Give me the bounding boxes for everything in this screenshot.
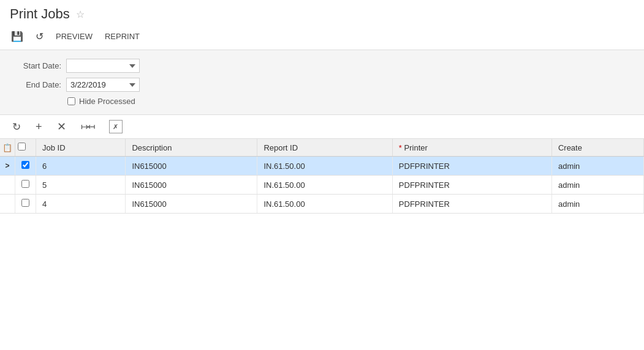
th-created: Create <box>551 139 643 157</box>
row-arrow-cell: > <box>0 157 15 176</box>
cell-job-id: 4 <box>36 195 126 214</box>
table-row[interactable]: >6IN615000IN.61.50.00PDFPRINTERadmin <box>0 157 644 176</box>
refresh-icon: ↻ <box>12 121 21 133</box>
cell-printer: PDFPRINTER <box>392 157 551 176</box>
table-body: >6IN615000IN.61.50.00PDFPRINTERadmin5IN6… <box>0 157 644 214</box>
export-box-icon: ✗ <box>109 120 123 133</box>
cell-printer: PDFPRINTER <box>392 195 551 214</box>
th-printer: Printer <box>392 139 551 157</box>
cell-printer: PDFPRINTER <box>392 176 551 195</box>
end-date-select[interactable]: 3/22/2019 <box>66 78 140 92</box>
cell-description: IN615000 <box>126 195 257 214</box>
cell-created: admin <box>551 176 643 195</box>
cell-report-id: IN.61.50.00 <box>257 195 392 214</box>
row-arrow-cell <box>0 176 15 195</box>
add-row-button[interactable]: + <box>33 119 45 135</box>
page-header: Print Jobs ☆ <box>0 0 644 26</box>
delete-row-button[interactable]: ✕ <box>55 119 69 135</box>
filter-area: Start Date: End Date: 3/22/2019 Hide Pro… <box>0 50 644 115</box>
grid-toolbar: ↻ + ✕ ↦↤ ✗ <box>0 115 644 139</box>
undo-icon: ↺ <box>36 31 44 42</box>
row-checkbox[interactable] <box>21 180 29 188</box>
end-date-label: End Date: <box>12 80 61 89</box>
cell-created: admin <box>551 195 643 214</box>
preview-button[interactable]: PREVIEW <box>55 29 94 43</box>
cell-report-id: IN.61.50.00 <box>257 176 392 195</box>
main-toolbar: 💾 ↺ PREVIEW REPRINT <box>0 26 644 50</box>
th-report-id: Report ID <box>257 139 392 157</box>
select-all-checkbox[interactable] <box>18 143 26 151</box>
row-checkbox[interactable] <box>21 199 29 207</box>
cell-created: admin <box>551 157 643 176</box>
end-date-row: End Date: 3/22/2019 <box>12 78 632 92</box>
start-date-select[interactable] <box>66 59 140 73</box>
undo-button[interactable]: ↺ <box>34 28 45 45</box>
cell-report-id: IN.61.50.00 <box>257 157 392 176</box>
cell-job-id: 5 <box>36 176 126 195</box>
row-checkbox-cell[interactable] <box>15 176 36 195</box>
print-jobs-table: 📋 Job ID Description Report ID Printer C… <box>0 139 644 214</box>
column-freeze-icon: 📋 <box>2 143 12 152</box>
save-icon: 💾 <box>11 31 23 42</box>
row-checkbox-cell[interactable] <box>15 157 36 176</box>
row-checkbox[interactable] <box>21 161 29 169</box>
table-header-row: 📋 Job ID Description Report ID Printer C… <box>0 139 644 157</box>
hide-processed-checkbox[interactable] <box>67 97 75 105</box>
start-date-row: Start Date: <box>12 59 632 73</box>
table-row[interactable]: 5IN615000IN.61.50.00PDFPRINTERadmin <box>0 176 644 195</box>
th-description: Description <box>126 139 257 157</box>
favorite-star-icon[interactable]: ☆ <box>76 9 85 20</box>
save-button[interactable]: 💾 <box>10 28 25 45</box>
cell-job-id: 6 <box>36 157 126 176</box>
reprint-button[interactable]: REPRINT <box>104 29 141 43</box>
data-table-wrapper: 📋 Job ID Description Report ID Printer C… <box>0 139 644 214</box>
row-checkbox-cell[interactable] <box>15 195 36 214</box>
page-title: Print Jobs <box>10 6 70 22</box>
add-icon: + <box>36 121 42 133</box>
start-date-label: Start Date: <box>12 61 61 70</box>
refresh-button[interactable]: ↻ <box>10 119 23 135</box>
row-arrow-cell <box>0 195 15 214</box>
cell-description: IN615000 <box>126 157 257 176</box>
fit-columns-button[interactable]: ↦↤ <box>78 120 97 133</box>
export-icon: ✗ <box>109 120 123 133</box>
delete-icon: ✕ <box>57 120 66 133</box>
export-button[interactable]: ✗ <box>107 119 125 135</box>
hide-processed-row: Hide Processed <box>67 97 632 106</box>
th-row-indicator: 📋 <box>0 139 15 157</box>
th-checkbox[interactable] <box>15 139 36 157</box>
th-job-id: Job ID <box>36 139 126 157</box>
cell-description: IN615000 <box>126 176 257 195</box>
fit-icon: ↦↤ <box>81 121 94 132</box>
table-row[interactable]: 4IN615000IN.61.50.00PDFPRINTERadmin <box>0 195 644 214</box>
hide-processed-label: Hide Processed <box>79 97 135 106</box>
